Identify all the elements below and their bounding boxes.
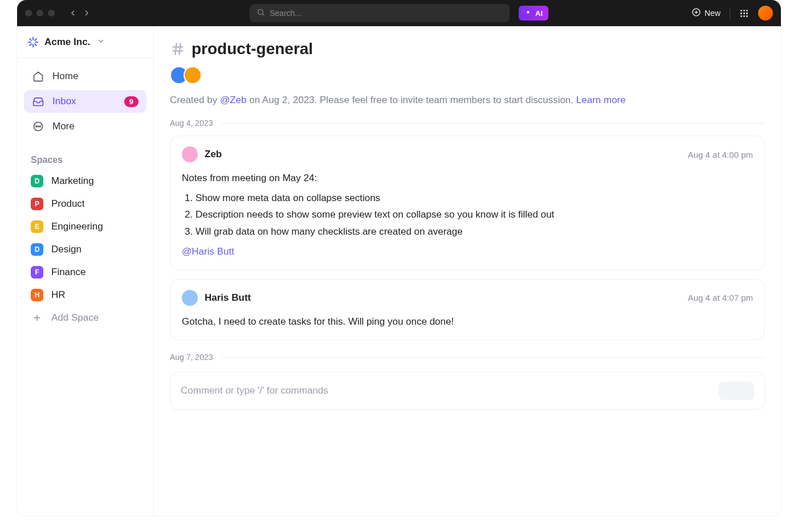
author-avatar[interactable] xyxy=(182,146,198,162)
nav-more[interactable]: More xyxy=(24,115,146,138)
space-item-finance[interactable]: FFinance xyxy=(17,261,153,284)
date-label: Aug 7, 2023 xyxy=(170,353,213,362)
hash-icon xyxy=(170,41,186,57)
svg-point-24 xyxy=(36,126,37,127)
inbox-icon xyxy=(32,96,44,107)
svg-point-6 xyxy=(740,10,742,11)
comment-composer[interactable] xyxy=(170,372,765,410)
minimize-window[interactable] xyxy=(36,10,43,17)
message-list-item: Show more meta data on collapse sections xyxy=(196,190,753,206)
space-icon: P xyxy=(31,198,43,210)
space-item-marketing[interactable]: DMarketing xyxy=(17,170,153,193)
spaces-header: Spaces xyxy=(17,145,153,170)
workspace-name: Acme Inc. xyxy=(44,36,90,48)
message-author: Zeb xyxy=(205,149,222,160)
space-icon: E xyxy=(31,220,43,233)
add-space-label: Add Space xyxy=(51,312,99,324)
space-label: Engineering xyxy=(51,221,103,232)
search-icon xyxy=(256,8,265,18)
space-icon: H xyxy=(31,289,43,301)
message-timestamp: Aug 4 at 4:07 pm xyxy=(688,293,753,302)
svg-point-7 xyxy=(743,10,745,11)
space-item-product[interactable]: PProduct xyxy=(17,193,153,215)
message-timestamp: Aug 4 at 4:00 pm xyxy=(688,150,753,159)
message-text: Gotcha, I need to create tasks for this.… xyxy=(182,314,753,329)
message-author: Haris Butt xyxy=(205,292,251,304)
svg-point-0 xyxy=(258,10,263,15)
svg-point-8 xyxy=(746,10,748,11)
space-label: Marketing xyxy=(51,175,94,187)
search-placeholder: Search... xyxy=(270,9,302,18)
space-icon: D xyxy=(31,175,43,187)
message-card: Zeb Aug 4 at 4:00 pm Notes from meeting … xyxy=(170,136,765,270)
home-icon xyxy=(32,71,44,82)
plus-icon xyxy=(31,313,43,323)
date-divider: Aug 4, 2023 xyxy=(170,118,765,128)
svg-point-25 xyxy=(38,126,39,127)
space-item-design[interactable]: DDesign xyxy=(17,238,153,261)
chevron-down-icon xyxy=(97,36,105,48)
ai-button[interactable]: AI xyxy=(519,6,548,21)
svg-line-20 xyxy=(35,43,36,45)
svg-point-14 xyxy=(746,15,748,17)
search-input[interactable]: Search... xyxy=(250,4,510,22)
window-controls xyxy=(25,10,55,17)
message-mention[interactable]: @Haris Butt xyxy=(182,244,753,259)
sparkle-icon xyxy=(524,9,532,18)
channel-members[interactable] xyxy=(170,66,765,84)
space-label: Product xyxy=(51,198,85,210)
svg-line-32 xyxy=(179,43,180,55)
more-icon xyxy=(32,121,44,132)
comment-input[interactable] xyxy=(181,385,712,396)
topbar: Search... AI New xyxy=(17,0,781,26)
nav-more-label: More xyxy=(52,121,75,132)
message-list: Show more meta data on collapse sections… xyxy=(196,190,753,239)
nav-home[interactable]: Home xyxy=(24,65,146,88)
svg-point-10 xyxy=(743,13,745,14)
plus-circle-icon xyxy=(691,7,701,19)
main-content: product-general Created by @Zeb on Aug 2… xyxy=(154,26,781,516)
space-item-hr[interactable]: HHR xyxy=(17,284,153,306)
sidebar: Acme Inc. Home Inbox 9 xyxy=(17,26,154,516)
channel-title: product-general xyxy=(192,40,313,58)
svg-point-9 xyxy=(740,13,742,14)
new-label: New xyxy=(705,9,720,18)
user-avatar[interactable] xyxy=(758,6,773,21)
space-item-engineering[interactable]: EEngineering xyxy=(17,215,153,238)
date-divider: Aug 7, 2023 xyxy=(170,353,765,362)
new-button[interactable]: New xyxy=(691,7,720,19)
workspace-logo-icon xyxy=(27,36,39,48)
space-label: Design xyxy=(51,244,82,255)
nav-inbox-label: Inbox xyxy=(52,96,76,107)
svg-line-21 xyxy=(30,43,31,45)
svg-point-2 xyxy=(527,11,529,13)
created-prefix: Created by xyxy=(170,95,220,105)
svg-line-1 xyxy=(262,14,264,15)
nav-home-label: Home xyxy=(52,71,78,82)
svg-line-22 xyxy=(35,39,36,40)
creator-mention[interactable]: @Zeb xyxy=(220,95,247,105)
apps-grid-icon[interactable] xyxy=(739,9,749,18)
channel-description: Created by @Zeb on Aug 2, 2023. Please f… xyxy=(170,95,765,106)
author-avatar[interactable] xyxy=(182,290,198,306)
svg-point-12 xyxy=(740,15,742,17)
created-suffix: on Aug 2, 2023. Please feel free to invi… xyxy=(246,95,576,105)
nav-forward[interactable] xyxy=(82,9,91,18)
svg-line-19 xyxy=(30,39,31,40)
date-label: Aug 4, 2023 xyxy=(170,118,213,128)
inbox-badge: 9 xyxy=(124,96,139,107)
message-list-item: Description needs to show some preview t… xyxy=(196,207,753,222)
divider xyxy=(730,7,730,19)
member-avatar[interactable] xyxy=(184,66,202,84)
message-card: Haris Butt Aug 4 at 4:07 pm Gotcha, I ne… xyxy=(170,279,765,340)
add-space-button[interactable]: Add Space xyxy=(17,306,153,329)
ai-label: AI xyxy=(535,9,543,18)
close-window[interactable] xyxy=(25,10,32,17)
learn-more-link[interactable]: Learn more xyxy=(576,95,626,105)
workspace-switcher[interactable]: Acme Inc. xyxy=(17,26,153,58)
nav-back[interactable] xyxy=(68,9,78,18)
svg-line-31 xyxy=(175,43,176,55)
send-button[interactable] xyxy=(719,382,754,400)
nav-inbox[interactable]: Inbox 9 xyxy=(24,90,146,113)
maximize-window[interactable] xyxy=(48,10,55,17)
